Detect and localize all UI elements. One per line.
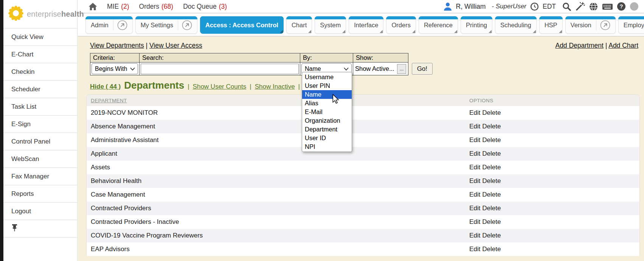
action-edit[interactable]: Edit bbox=[469, 150, 480, 158]
tab-reference[interactable]: Reference bbox=[419, 16, 458, 34]
tab-label: Chart bbox=[292, 22, 307, 29]
window-edge bbox=[0, 0, 3, 261]
action-edit[interactable]: Edit bbox=[469, 232, 480, 239]
sidebar-pin-toggle[interactable] bbox=[3, 220, 77, 238]
by-option-e-mail[interactable]: E-Mail bbox=[302, 108, 352, 116]
action-delete[interactable]: Delete bbox=[482, 205, 501, 212]
tab-chart[interactable]: Chart bbox=[286, 16, 312, 34]
tab-employer-organization[interactable]: Employer Organization bbox=[618, 16, 644, 34]
sidebar-item-reports[interactable]: Reports bbox=[3, 185, 77, 203]
tab-orders[interactable]: Orders bbox=[386, 16, 416, 34]
action-delete[interactable]: Delete bbox=[482, 218, 501, 226]
topbar-count-badge: (68) bbox=[161, 3, 173, 11]
tab-label: Admin bbox=[91, 22, 109, 29]
tab-interface[interactable]: Interface bbox=[349, 16, 383, 34]
by-option-user-id[interactable]: User ID bbox=[302, 134, 352, 142]
link-view-departments[interactable]: View Departments bbox=[90, 42, 144, 49]
sidebar-item-quick-view[interactable]: Quick View bbox=[3, 28, 77, 46]
link-add-department[interactable]: Add Department bbox=[555, 42, 603, 49]
keyboard-icon[interactable] bbox=[602, 3, 613, 11]
action-edit[interactable]: Edit bbox=[469, 177, 480, 185]
tab-version[interactable]: Version bbox=[565, 16, 616, 34]
search-input[interactable] bbox=[141, 64, 299, 74]
row-options: EditDelete bbox=[469, 136, 639, 144]
action-edit[interactable]: Edit bbox=[469, 136, 480, 144]
by-option-username[interactable]: Username bbox=[302, 73, 352, 81]
by-option-user-pin[interactable]: User PIN bbox=[302, 81, 352, 90]
action-edit[interactable]: Edit bbox=[469, 245, 480, 253]
topbar-link-orders[interactable]: Orders(68) bbox=[139, 3, 174, 11]
column-department[interactable]: DEPARTMENT bbox=[87, 98, 469, 103]
globe-icon[interactable] bbox=[589, 2, 598, 11]
tab-my-settings[interactable]: My Settings bbox=[135, 16, 197, 34]
sidebar-item-fax-manager[interactable]: Fax Manager bbox=[3, 168, 77, 185]
show-filter-value[interactable]: Show Active... bbox=[355, 65, 394, 72]
action-delete[interactable]: Delete bbox=[482, 232, 501, 239]
show-filter-more-button[interactable]: ... bbox=[397, 64, 406, 74]
user-name[interactable]: R, William bbox=[456, 3, 486, 11]
action-delete[interactable]: Delete bbox=[482, 109, 501, 117]
open-in-new-icon[interactable] bbox=[117, 20, 127, 30]
sidebar-item-checkin[interactable]: Checkin bbox=[3, 63, 77, 81]
by-option-name[interactable]: Name bbox=[302, 90, 352, 99]
search-criteria-panel: Criteria: Search: By: Show: Begins With bbox=[90, 53, 638, 75]
separator: | bbox=[250, 83, 251, 91]
clock-icon[interactable] bbox=[530, 2, 539, 11]
tab-dropdown-corner-icon bbox=[412, 30, 415, 33]
action-delete[interactable]: Delete bbox=[482, 123, 501, 130]
add-links: Add Department | Add Chart bbox=[555, 42, 638, 50]
action-delete[interactable]: Delete bbox=[482, 177, 501, 185]
by-option-npi[interactable]: NPI bbox=[302, 142, 352, 151]
sidebar-item-e-sign[interactable]: E-Sign bbox=[3, 116, 77, 133]
by-option-alias[interactable]: Alias bbox=[302, 99, 352, 108]
action-delete[interactable]: Delete bbox=[482, 150, 501, 158]
avatar-placeholder[interactable] bbox=[630, 2, 639, 11]
action-edit[interactable]: Edit bbox=[469, 109, 480, 117]
tab-printing[interactable]: Printing bbox=[461, 16, 492, 34]
tab-hsp[interactable]: HSP bbox=[539, 16, 563, 34]
sidebar-item-logout[interactable]: Logout bbox=[3, 203, 77, 220]
by-select-value: Name bbox=[305, 66, 321, 72]
action-edit[interactable]: Edit bbox=[469, 218, 480, 226]
tab-scheduling[interactable]: Scheduling bbox=[495, 16, 537, 34]
table-row: Behavioral HealthEditDelete bbox=[87, 174, 639, 188]
action-delete[interactable]: Delete bbox=[482, 136, 501, 144]
action-edit[interactable]: Edit bbox=[469, 164, 480, 171]
sidebar-item-task-list[interactable]: Task List bbox=[3, 98, 77, 116]
tab-label: HSP bbox=[545, 22, 557, 29]
help-icon[interactable]: ? bbox=[617, 2, 626, 11]
show-header: Show: bbox=[353, 53, 408, 63]
topbar-link-doc-queue[interactable]: Doc Queue(3) bbox=[183, 3, 227, 11]
link-show-inactive[interactable]: Show Inactive bbox=[255, 83, 295, 91]
tab-admin[interactable]: Admin bbox=[85, 16, 133, 34]
criteria-select[interactable]: Begins With bbox=[92, 63, 138, 74]
tab-access-access-control[interactable]: Access : Access Control bbox=[200, 16, 284, 34]
search-icon[interactable] bbox=[562, 2, 571, 11]
topbar-link-mie[interactable]: MIE(2) bbox=[107, 3, 129, 11]
link-view-user-access[interactable]: View User Access bbox=[149, 42, 202, 49]
open-in-new-icon[interactable] bbox=[182, 20, 192, 30]
link-add-chart[interactable]: Add Chart bbox=[608, 42, 638, 49]
wand-icon[interactable] bbox=[575, 2, 585, 11]
hide-count-link[interactable]: Hide ( 44 ) bbox=[90, 83, 121, 91]
action-edit[interactable]: Edit bbox=[469, 123, 480, 130]
action-edit[interactable]: Edit bbox=[469, 191, 480, 198]
sidebar-item-e-chart[interactable]: E-Chart bbox=[3, 46, 77, 63]
tab-system[interactable]: System bbox=[315, 16, 346, 34]
action-edit[interactable]: Edit bbox=[469, 205, 480, 212]
sidebar-item-scheduler[interactable]: Scheduler bbox=[3, 81, 77, 98]
action-delete[interactable]: Delete bbox=[482, 164, 501, 171]
view-links: View Departments | View User Access bbox=[90, 42, 202, 50]
action-delete[interactable]: Delete bbox=[482, 191, 501, 198]
by-option-organization[interactable]: Organization bbox=[302, 116, 352, 125]
sidebar-item-webscan[interactable]: WebScan bbox=[3, 150, 77, 168]
tab-dropdown-corner-icon bbox=[280, 30, 283, 33]
go-button[interactable]: Go! bbox=[412, 63, 433, 75]
by-option-department[interactable]: Department bbox=[302, 125, 352, 134]
sidebar-item-control-panel[interactable]: Control Panel bbox=[3, 133, 77, 150]
row-options: EditDelete bbox=[469, 177, 639, 185]
home-button[interactable] bbox=[88, 3, 97, 11]
open-in-new-icon[interactable] bbox=[600, 20, 610, 30]
action-delete[interactable]: Delete bbox=[482, 245, 501, 253]
link-show-user-counts[interactable]: Show User Counts bbox=[193, 83, 247, 91]
